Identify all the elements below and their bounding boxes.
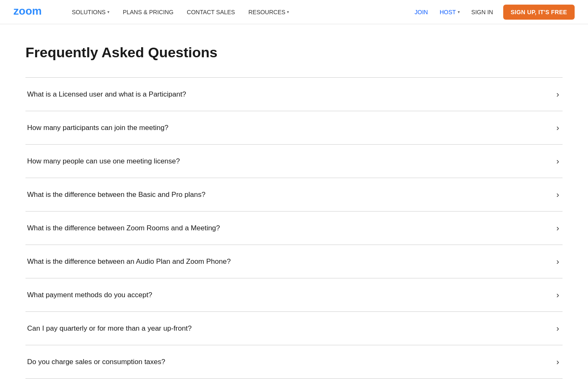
faq-item[interactable]: What payment methods do you accept?› — [25, 278, 563, 311]
faq-list: What is a Licensed user and what is a Pa… — [25, 77, 563, 379]
faq-question: What is the difference between an Audio … — [27, 258, 231, 266]
page-title: Frequently Asked Questions — [25, 44, 563, 61]
faq-question: Do you charge sales or consumption taxes… — [27, 358, 165, 366]
nav-sign-in[interactable]: SIGN IN — [466, 0, 498, 24]
faq-expand-icon: › — [556, 89, 559, 99]
faq-question: What is the difference between Zoom Room… — [27, 224, 220, 232]
nav-resources[interactable]: RESOURCES ▾ — [242, 0, 296, 24]
faq-item[interactable]: What is the difference between the Basic… — [25, 178, 563, 211]
faq-question: What payment methods do you accept? — [27, 291, 152, 299]
signup-button[interactable]: SIGN UP, IT'S FREE — [503, 5, 575, 20]
main-content: Frequently Asked Questions What is a Lic… — [12, 24, 576, 385]
faq-item[interactable]: Do you charge sales or consumption taxes… — [25, 345, 563, 379]
main-navigation: SOLUTIONS ▾ PLANS & PRICING CONTACT SALE… — [65, 0, 410, 24]
faq-question: How many people can use one meeting lice… — [27, 157, 180, 166]
faq-expand-icon: › — [556, 290, 559, 300]
nav-join[interactable]: JOIN — [410, 0, 433, 24]
faq-question: What is a Licensed user and what is a Pa… — [27, 90, 186, 99]
faq-expand-icon: › — [556, 357, 559, 367]
host-chevron-icon: ▾ — [458, 10, 460, 14]
solutions-chevron-icon: ▾ — [107, 10, 109, 14]
nav-contact-sales[interactable]: CONTACT SALES — [180, 0, 241, 24]
faq-question: What is the difference between the Basic… — [27, 191, 205, 199]
faq-expand-icon: › — [556, 223, 559, 233]
nav-plans-pricing[interactable]: PLANS & PRICING — [116, 0, 180, 24]
nav-host[interactable]: HOST ▾ — [435, 0, 465, 24]
faq-expand-icon: › — [556, 324, 559, 333]
faq-item[interactable]: Can I pay quarterly or for more than a y… — [25, 311, 563, 345]
faq-item[interactable]: How many participants can join the meeti… — [25, 111, 563, 144]
right-navigation: JOIN HOST ▾ SIGN IN SIGN UP, IT'S FREE — [410, 0, 575, 24]
svg-text:zoom: zoom — [13, 5, 42, 17]
faq-item[interactable]: How many people can use one meeting lice… — [25, 144, 563, 178]
faq-expand-icon: › — [556, 190, 559, 199]
faq-expand-icon: › — [556, 257, 559, 266]
faq-item[interactable]: What is a Licensed user and what is a Pa… — [25, 77, 563, 111]
faq-item[interactable]: What is the difference between an Audio … — [25, 245, 563, 278]
faq-question: Can I pay quarterly or for more than a y… — [27, 324, 192, 333]
faq-item[interactable]: What is the difference between Zoom Room… — [25, 211, 563, 245]
resources-chevron-icon: ▾ — [287, 10, 289, 14]
nav-solutions[interactable]: SOLUTIONS ▾ — [65, 0, 116, 24]
faq-expand-icon: › — [556, 123, 559, 133]
faq-question: How many participants can join the meeti… — [27, 124, 168, 132]
faq-expand-icon: › — [556, 156, 559, 166]
zoom-logo[interactable]: zoom — [13, 5, 50, 19]
site-header: zoom SOLUTIONS ▾ PLANS & PRICING CONTACT… — [0, 0, 588, 24]
